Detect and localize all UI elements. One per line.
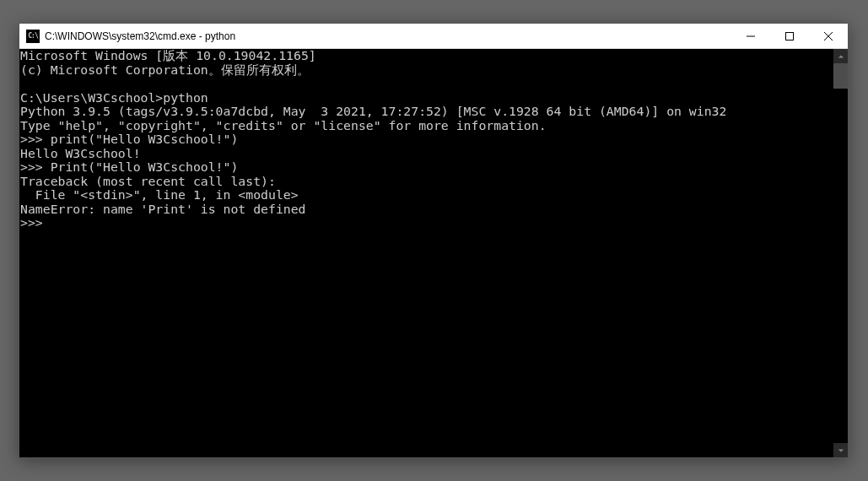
scrollbar-thumb[interactable] [833, 63, 848, 89]
chevron-up-icon [838, 53, 844, 60]
maximize-button[interactable] [770, 24, 809, 48]
window-controls [731, 24, 848, 48]
scrollbar-up-button[interactable] [833, 49, 848, 63]
window-title: C:\WINDOWS\system32\cmd.exe - python [45, 30, 731, 42]
chevron-down-icon [838, 447, 844, 454]
close-icon [824, 32, 833, 41]
minimize-icon [747, 32, 755, 41]
cmd-window: C:\ C:\WINDOWS\system32\cmd.exe - python… [19, 23, 849, 458]
minimize-button[interactable] [731, 24, 770, 48]
close-button[interactable] [809, 24, 848, 48]
cmd-icon: C:\ [26, 30, 40, 43]
console-area: Microsoft Windows [版本 10.0.19042.1165] (… [19, 49, 848, 457]
maximize-icon [785, 32, 794, 41]
console-output[interactable]: Microsoft Windows [版本 10.0.19042.1165] (… [19, 49, 833, 457]
vertical-scrollbar[interactable] [833, 49, 848, 457]
svg-rect-1 [786, 32, 794, 40]
titlebar[interactable]: C:\ C:\WINDOWS\system32\cmd.exe - python [19, 24, 848, 49]
scrollbar-down-button[interactable] [833, 443, 848, 457]
